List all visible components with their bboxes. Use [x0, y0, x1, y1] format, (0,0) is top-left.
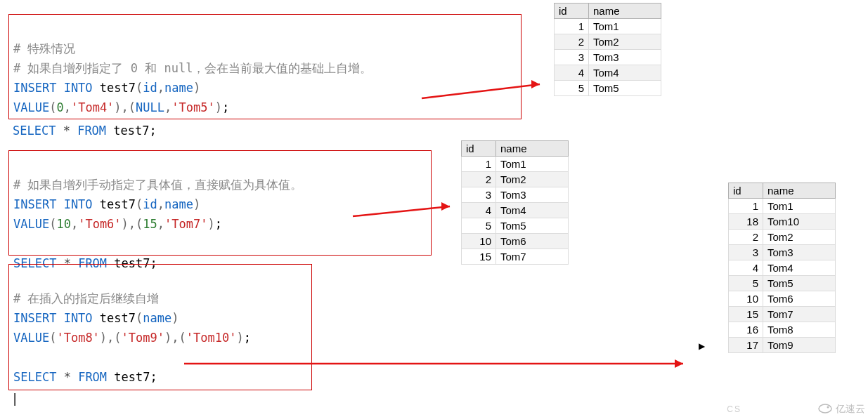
svg-marker-1 [531, 80, 540, 88]
watermark-csdn: CS [727, 404, 741, 414]
comment: # 如果自增列手动指定了具体值，直接赋值为具体值。 [13, 178, 302, 192]
table-row: 5Tom5 [555, 81, 661, 96]
table-row: 1Tom1 [462, 157, 569, 172]
keyword-insert: INSERT INTO [13, 311, 93, 325]
table-row: 3Tom3 [694, 245, 836, 260]
keyword-insert: INSERT INTO [13, 197, 93, 211]
result-table-1: id name 1Tom1 2Tom2 3Tom3 4Tom4 5Tom5 [554, 3, 661, 96]
table-header: id name [462, 141, 569, 157]
table-row: 15Tom7 [694, 307, 836, 322]
comment: # 如果自增列指定了 0 和 null，会在当前最大值的基础上自增。 [13, 61, 372, 75]
row-marker-icon: ▶ [699, 341, 705, 351]
table-row: 10Tom6 [694, 291, 836, 307]
table-header: id name [555, 4, 661, 19]
svg-marker-5 [675, 359, 683, 368]
table-row: 4Tom4 [462, 203, 569, 218]
table-row: 15Tom7 [462, 249, 569, 265]
table-row: 5Tom5 [694, 276, 836, 291]
result-table-2: id name 1Tom1 2Tom2 3Tom3 4Tom4 5Tom5 10… [461, 140, 569, 265]
svg-point-7 [827, 406, 829, 409]
arrow-1 [420, 70, 554, 112]
select-stmt-1: SELECT * FROM test7; [13, 121, 157, 140]
table-row: 4Tom4 [555, 65, 661, 81]
table-row: 1Tom1 [694, 199, 836, 214]
table-row: 3Tom3 [462, 187, 569, 203]
table-header: id name [694, 183, 836, 199]
comment: # 在插入的指定后继续自增 [13, 291, 159, 305]
table-row: 5Tom5 [462, 218, 569, 234]
keyword-value: VALUE [13, 100, 49, 114]
table-row: ▶17Tom9 [694, 338, 836, 353]
table-row: 16Tom8 [694, 322, 836, 338]
svg-point-6 [819, 404, 831, 413]
svg-line-2 [353, 206, 450, 216]
result-table-3: id name 1Tom1 18Tom10 2Tom2 3Tom3 4Tom4 … [694, 183, 836, 353]
svg-line-0 [422, 84, 540, 98]
table-row: 4Tom4 [694, 260, 836, 276]
text-cursor: | [11, 392, 18, 406]
table-row: 1Tom1 [555, 19, 661, 34]
table-row: 3Tom3 [555, 50, 661, 65]
keyword-insert: INSERT INTO [13, 81, 93, 95]
arrow-3 [183, 355, 696, 376]
keyword-value: VALUE [13, 217, 49, 231]
arrow-2 [351, 197, 464, 232]
table-row: 2Tom2 [694, 230, 836, 245]
table-row: 2Tom2 [462, 172, 569, 187]
table-row: 18Tom10 [694, 214, 836, 230]
table-row: 2Tom2 [555, 34, 661, 50]
watermark-yisu: 亿速云 [817, 403, 865, 416]
table-row: 10Tom6 [462, 234, 569, 249]
svg-marker-3 [441, 202, 450, 211]
comment: # 特殊情况 [13, 41, 75, 55]
keyword-value: VALUE [13, 331, 49, 345]
